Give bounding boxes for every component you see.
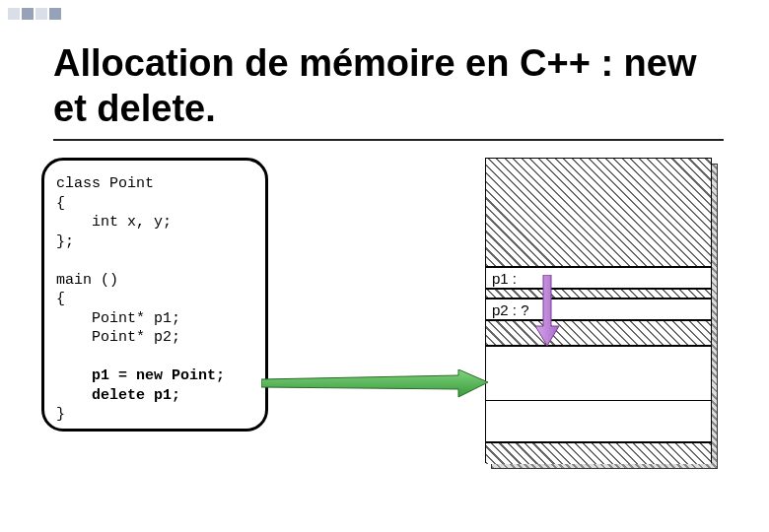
code-line: { [56,291,65,307]
slide-bullet-decoration [8,8,61,20]
code-line: delete p1; [56,387,180,404]
code-line: } [56,406,65,423]
memory-label: p1 : [492,270,517,287]
code-block: class Point { int x, y; }; main () { Poi… [41,158,268,432]
memory-blank-region [486,346,711,401]
code-line: { [56,195,65,212]
memory-label: p2 : ? [492,301,529,318]
memory-hatched-region [486,320,711,346]
memory-blank-region [486,401,711,442]
slide-title: Allocation de mémoire en C++ : new et de… [53,41,724,141]
memory-hatched-region [486,289,711,299]
memory-row-p2: p2 : ? [486,299,711,320]
code-line: class Point [56,175,154,192]
memory-row-p1: p1 : [486,267,711,289]
svg-marker-1 [535,275,559,346]
code-line: Point* p2; [56,329,180,346]
memory-hatched-region [486,159,711,267]
code-line: Point* p1; [56,310,180,327]
svg-marker-0 [261,369,488,397]
arrow-vertical-icon [532,275,562,346]
memory-hatched-region [486,442,711,464]
code-line: p1 = new Point; [56,367,225,384]
arrow-horizontal-icon [261,369,488,399]
code-line: int x, y; [56,214,172,231]
memory-stack: p1 : p2 : ? [485,158,712,463]
memory-diagram: p1 : p2 : ? [485,158,712,463]
code-line: }; [56,233,74,250]
code-line: main () [56,272,118,289]
